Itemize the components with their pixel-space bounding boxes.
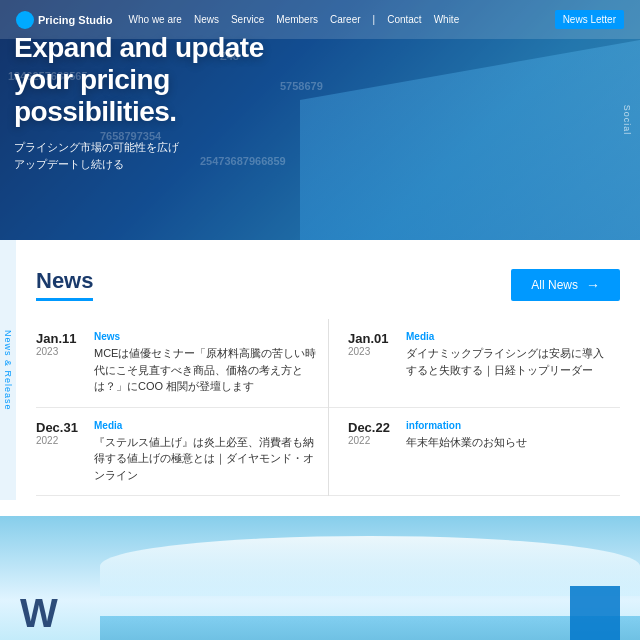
nav-news[interactable]: News [194,14,219,25]
social-label: Social [622,105,632,136]
hero-subtitle-line2: アップデートし続ける [14,156,626,174]
news-text: ダイナミックプライシングは安易に導入すると失敗する｜日経トップリーダー [406,345,610,378]
news-month-day: Dec.31 [36,420,84,435]
news-section-title: News [36,268,93,301]
sidebar-label: News & Release [3,330,13,411]
nav-career[interactable]: Career [330,14,361,25]
news-text: 年末年始休業のお知らせ [406,434,527,451]
nav-divider: | [373,14,376,25]
news-date: Jan.01 2023 [348,331,396,395]
hero-title-line3: possibilities. [14,96,626,128]
all-news-button[interactable]: All News → [511,269,620,301]
news-body: information 年末年始休業のお知らせ [406,420,527,484]
news-category: Media [94,420,318,431]
news-header: News All News → [36,268,620,301]
news-item[interactable]: Jan.01 2023 Media ダイナミックプライシングは安易に導入すると失… [328,319,620,408]
bottom-blue-box [570,586,620,640]
hero-content: Expand and update your pricing possibili… [14,32,626,174]
news-month-day: Dec.22 [348,420,396,435]
hero-social: Social [622,105,632,136]
news-section: News All News → Jan.11 2023 News MCEは値優セ… [16,240,640,516]
logo-text: Pricing Studio [38,14,113,26]
news-body: News MCEは値優セミナー「原材料高騰の苦しい時代にこそ見直すべき商品、価格… [94,331,318,395]
hero-subtitle: プライシング市場の可能性を広げ アップデートし続ける [14,139,626,174]
news-date: Dec.31 2022 [36,420,84,484]
news-category: Media [406,331,610,342]
nav-contact[interactable]: Contact [387,14,421,25]
news-body: Media ダイナミックプライシングは安易に導入すると失敗する｜日経トップリーダ… [406,331,610,395]
nav-members[interactable]: Members [276,14,318,25]
logo-icon [16,11,34,29]
news-body: Media 『ステルス値上げ』は炎上必至、消費者も納得する値上げの極意とは｜ダイ… [94,420,318,484]
news-year: 2022 [348,435,396,446]
bottom-big-letter: W [20,591,58,636]
nav-who[interactable]: Who we are [129,14,182,25]
nav-whitepaper[interactable]: White [434,14,460,25]
news-year: 2023 [36,346,84,357]
news-year: 2023 [348,346,396,357]
hero-subtitle-line1: プライシング市場の可能性を広げ [14,139,626,157]
news-date: Jan.11 2023 [36,331,84,395]
all-news-arrow-icon: → [586,277,600,293]
hero-title-line2: your pricing [14,64,626,96]
bottom-clouds [100,536,640,596]
news-date: Dec.22 2022 [348,420,396,484]
news-text: MCEは値優セミナー「原材料高騰の苦しい時代にこそ見直すべき商品、価格の考え方と… [94,345,318,395]
navbar: Pricing Studio Who we are News Service M… [0,0,640,39]
news-category: information [406,420,527,431]
nav-links: Who we are News Service Members Career |… [129,14,555,25]
news-month-day: Jan.11 [36,331,84,346]
all-news-label: All News [531,278,578,292]
news-letter-button[interactable]: News Letter [555,10,624,29]
bottom-section: W [0,516,640,640]
news-item[interactable]: Dec.22 2022 information 年末年始休業のお知らせ [328,408,620,497]
nav-service[interactable]: Service [231,14,264,25]
news-year: 2022 [36,435,84,446]
nav-right: News Letter [555,10,624,29]
nav-logo[interactable]: Pricing Studio [16,11,113,29]
hero-title: Expand and update your pricing possibili… [14,32,626,129]
news-text: 『ステルス値上げ』は炎上必至、消費者も納得する値上げの極意とは｜ダイヤモンド・オ… [94,434,318,484]
hero-section: 1346257688565 Z48 5758679 7658797354 254… [0,0,640,240]
news-grid: Jan.11 2023 News MCEは値優セミナー「原材料高騰の苦しい時代に… [36,319,620,496]
news-item[interactable]: Dec.31 2022 Media 『ステルス値上げ』は炎上必至、消費者も納得す… [36,408,328,497]
news-month-day: Jan.01 [348,331,396,346]
news-category: News [94,331,318,342]
news-sidebar: News & Release [0,240,16,500]
bottom-water [100,616,640,640]
news-item[interactable]: Jan.11 2023 News MCEは値優セミナー「原材料高騰の苦しい時代に… [36,319,328,408]
